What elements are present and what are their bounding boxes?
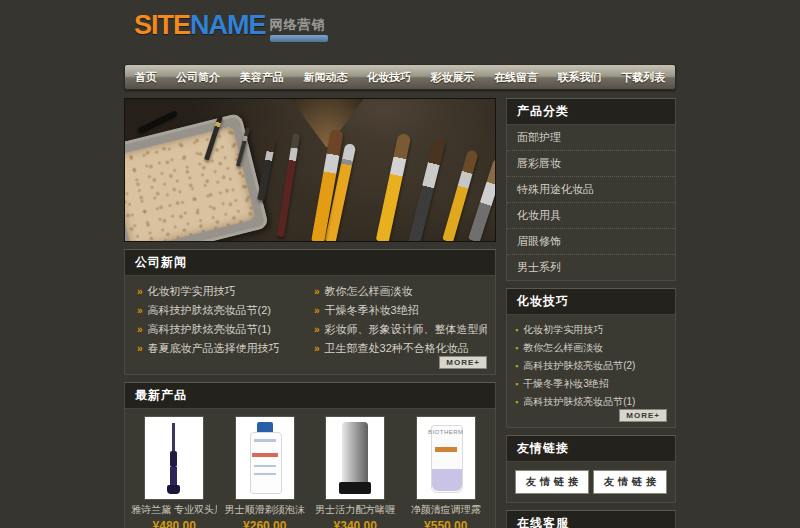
nav-item-guestbook[interactable]: 在线留言: [488, 66, 544, 89]
product-card[interactable]: BIOTHERM 净颜清痘调理露 ¥550.00 分类: 祛痘: [403, 417, 489, 528]
news-item: »高科技护肤炫亮妆品节(2): [133, 301, 310, 320]
nav-item-gallery[interactable]: 彩妆展示: [425, 66, 481, 89]
tube-art: [435, 447, 457, 452]
tips-more-button[interactable]: MORE+: [619, 409, 667, 422]
category-link[interactable]: 化妆用具: [517, 209, 561, 221]
category-link[interactable]: 面部护理: [517, 131, 561, 143]
category-link[interactable]: 眉眼修饰: [517, 235, 561, 247]
logo-tagline-bar: [270, 35, 328, 42]
tip-item: ▪干燥冬季补妆3绝招: [515, 375, 667, 393]
nav-item-makeup-tips[interactable]: 化妆技巧: [361, 66, 417, 89]
category-item: 眉眼修饰: [507, 229, 675, 255]
service-title: 在线客服: [507, 511, 675, 528]
bottle-art: [252, 453, 278, 457]
nav-item-downloads[interactable]: 下载列表: [615, 66, 671, 89]
nav-item-news[interactable]: 新闻动态: [297, 66, 353, 89]
category-list: 面部护理 唇彩唇妆 特殊用途化妆品 化妆用具 眉眼修饰 男士系列: [507, 125, 675, 280]
friend-link-button[interactable]: 友情链接: [593, 470, 667, 494]
product-card[interactable]: 男士活力配方啫喱 ¥340.00 分类: 面部: [312, 417, 398, 528]
news-item: »教你怎么样画淡妆: [310, 282, 487, 301]
bottle-art: [254, 473, 276, 475]
link-buttons: 友情链接 友情链接: [507, 462, 675, 502]
news-link[interactable]: 春夏底妆产品选择使用技巧: [148, 342, 280, 354]
sidebar-tips: 化妆技巧 ▪化妆初学实用技巧 ▪教你怎么样画淡妆 ▪高科技护肤炫亮妆品节(2) …: [506, 288, 676, 428]
bullet-square-icon: ▪: [515, 361, 518, 371]
category-link[interactable]: 唇彩唇妆: [517, 157, 561, 169]
category-item: 面部护理: [507, 125, 675, 151]
pencil-art: [170, 451, 177, 467]
product-price: ¥260.00: [222, 519, 308, 528]
nav-item-contact[interactable]: 联系我们: [552, 66, 608, 89]
brush-art: [376, 133, 412, 242]
news-link[interactable]: 化妆初学实用技巧: [148, 285, 236, 297]
sidebar: 产品分类 面部护理 唇彩唇妆 特殊用途化妆品 化妆用具 眉眼修饰 男士系列 化妆…: [506, 98, 676, 528]
product-price: ¥480.00: [131, 519, 217, 528]
product-grid: 雅诗兰黛 专业双头眉彩 ¥480.00 分类: 眉笔: [125, 409, 495, 528]
bullet-arrow-icon: »: [314, 343, 320, 354]
sidebar-categories: 产品分类 面部护理 唇彩唇妆 特殊用途化妆品 化妆用具 眉眼修饰 男士系列: [506, 98, 676, 281]
news-item: »春夏底妆产品选择使用技巧: [133, 339, 310, 358]
main-column: 公司新闻 »化妆初学实用技巧 »教你怎么样画淡妆 »高科技护肤炫亮妆品节(2) …: [124, 98, 496, 528]
tube-art: [342, 422, 368, 484]
tip-item: ▪高科技护肤炫亮妆品节(2): [515, 357, 667, 375]
category-link[interactable]: 特殊用途化妆品: [517, 183, 594, 195]
bullet-arrow-icon: »: [137, 286, 143, 297]
bullet-arrow-icon: »: [314, 324, 320, 335]
categories-title: 产品分类: [507, 99, 675, 125]
logo-name-text: NAME: [190, 10, 266, 41]
content-area: 公司新闻 »化妆初学实用技巧 »教你怎么样画淡妆 »高科技护肤炫亮妆品节(2) …: [124, 98, 676, 528]
page-container: SITENAME 网络营销 首页 公司简介 美容产品 新闻动态 化妆技巧 彩妆展…: [120, 0, 680, 528]
links-title: 友情链接: [507, 436, 675, 462]
product-price: ¥550.00: [403, 519, 489, 528]
bullet-arrow-icon: »: [137, 343, 143, 354]
tip-link[interactable]: 化妆初学实用技巧: [523, 324, 603, 335]
news-link[interactable]: 干燥冬季补妆3绝招: [325, 304, 419, 316]
news-link[interactable]: 高科技护肤炫亮妆品节(2): [148, 304, 271, 316]
news-link[interactable]: 卫生部查处32种不合格化妆品: [325, 342, 469, 354]
logo-site-text: SITE: [134, 10, 190, 41]
nav-item-home[interactable]: 首页: [129, 66, 163, 89]
news-link[interactable]: 彩妆师、形象设计师、整体造型师...: [325, 323, 487, 335]
tip-link[interactable]: 教你怎么样画淡妆: [523, 342, 603, 353]
brush-art: [277, 133, 300, 237]
tip-link[interactable]: 高科技护肤炫亮妆品节(2): [523, 360, 635, 371]
bullet-arrow-icon: »: [314, 286, 320, 297]
brush-art: [408, 137, 446, 242]
product-card[interactable]: 雅诗兰黛 专业双头眉彩 ¥480.00 分类: 眉笔: [131, 417, 217, 528]
category-link[interactable]: 男士系列: [517, 261, 561, 273]
main-nav: 首页 公司简介 美容产品 新闻动态 化妆技巧 彩妆展示 在线留言 联系我们 下载…: [124, 64, 676, 90]
nav-item-products[interactable]: 美容产品: [234, 66, 290, 89]
friend-link-button[interactable]: 友情链接: [515, 470, 589, 494]
news-item: »彩妆师、形象设计师、整体造型师...: [310, 320, 487, 339]
powder-art: [124, 126, 256, 242]
bullet-square-icon: ▪: [515, 343, 518, 353]
logo-tagline: 网络营销: [270, 16, 328, 34]
bullet-square-icon: ▪: [515, 325, 518, 335]
tips-title: 化妆技巧: [507, 289, 675, 315]
sidebar-links: 友情链接 友情链接 友情链接: [506, 435, 676, 503]
news-link[interactable]: 高科技护肤炫亮妆品节(1): [148, 323, 271, 335]
site-logo[interactable]: SITENAME 网络营销: [134, 10, 328, 42]
news-section-title: 公司新闻: [125, 250, 495, 276]
pencil-art: [167, 485, 180, 494]
product-image-cleanser-tube: BIOTHERM: [417, 417, 475, 499]
bottle-art: [254, 465, 276, 467]
tip-link[interactable]: 干燥冬季补妆3绝招: [523, 378, 609, 389]
bullet-arrow-icon: »: [137, 324, 143, 335]
bullet-square-icon: ▪: [515, 379, 518, 389]
product-price: ¥340.00: [312, 519, 398, 528]
product-image-shaving-foam: [236, 417, 294, 499]
news-item: »高科技护肤炫亮妆品节(1): [133, 320, 310, 339]
products-section: 最新产品 雅诗兰黛 专业双头眉彩 ¥480.00 分类: 眉笔: [124, 382, 496, 528]
news-item: »化妆初学实用技巧: [133, 282, 310, 301]
tube-art: [432, 469, 462, 491]
nav-item-about[interactable]: 公司简介: [170, 66, 226, 89]
news-link[interactable]: 教你怎么样画淡妆: [325, 285, 413, 297]
tip-link[interactable]: 高科技护肤炫亮妆品节(1): [523, 396, 635, 407]
bottle-art: [254, 439, 276, 442]
product-name: 男士顺滑剃须泡沫: [222, 503, 308, 517]
news-more-button[interactable]: MORE+: [439, 356, 487, 369]
tube-art: [339, 482, 371, 494]
bullet-arrow-icon: »: [137, 305, 143, 316]
product-card[interactable]: 男士顺滑剃须泡沫 ¥260.00 分类: 剃须护理: [222, 417, 308, 528]
